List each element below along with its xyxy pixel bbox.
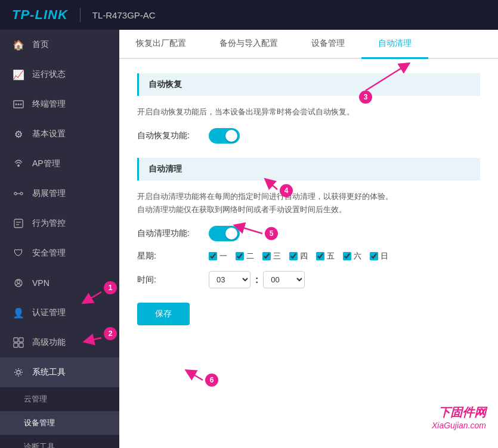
weekday-row: 星期: 一 二 三 四 — [137, 251, 480, 262]
main-content: 恢复出厂配置 备份与导入配置 设备管理 自动清理 自动恢复 开启自动恢复功能后，… — [119, 30, 498, 448]
sidebar-item-basic[interactable]: ⚙ 基本设置 — [0, 119, 119, 149]
yizhan-icon — [12, 187, 25, 200]
content-area: 自动恢复 开启自动恢复功能后，当本设备出现异常时将会尝试自动恢复。 自动恢复功能… — [119, 59, 498, 448]
svg-rect-16 — [19, 343, 23, 347]
weekdays-container: 一 二 三 四 五 — [209, 251, 388, 262]
advanced-icon — [12, 336, 25, 349]
system-icon — [12, 366, 25, 379]
auto-clean-desc1: 开启自动清理功能将在每周的指定时间进行自动清理，以获得更好的体验。 自动清理功能… — [137, 190, 480, 216]
auto-clean-section: 自动清理 开启自动清理功能将在每周的指定时间进行自动清理，以获得更好的体验。 自… — [137, 158, 480, 325]
tab-auto-clean[interactable]: 自动清理 — [361, 30, 428, 59]
gear-icon: ⚙ — [12, 127, 25, 141]
auto-clean-toggle[interactable] — [209, 226, 240, 241]
sidebar-label-advanced: 高级功能 — [32, 337, 66, 348]
svg-point-12 — [17, 281, 20, 284]
minute-select[interactable]: 00153045 — [263, 271, 305, 288]
sidebar-item-system[interactable]: 系统工具 — [0, 357, 119, 387]
svg-rect-13 — [14, 338, 18, 342]
sidebar-item-home[interactable]: 🏠 首页 — [0, 30, 119, 60]
svg-rect-8 — [14, 219, 23, 228]
sidebar-label-system: 系统工具 — [32, 367, 66, 378]
status-icon: 📈 — [12, 68, 25, 81]
sidebar-item-status[interactable]: 📈 运行状态 — [0, 60, 119, 89]
svg-point-2 — [18, 104, 20, 105]
model-name: TL-R473GP-AC — [92, 10, 156, 20]
sidebar-item-diagnostic[interactable]: 诊断工具 — [0, 435, 119, 448]
vpn-icon — [12, 276, 25, 290]
auto-restore-toggle[interactable] — [209, 128, 240, 144]
weekday-fri-cb[interactable] — [316, 252, 324, 260]
weekday-thu-cb[interactable] — [289, 252, 298, 260]
sidebar-item-vpn[interactable]: VPN — [0, 268, 119, 298]
sidebar-label-yizhan: 易展管理 — [32, 188, 66, 199]
sidebar-label-security: 安全管理 — [32, 248, 66, 259]
weekday-sun[interactable]: 日 — [370, 251, 388, 262]
sidebar-label-vpn: VPN — [32, 278, 50, 288]
time-selects: 0001020304050607080910111213141516171819… — [209, 271, 305, 288]
sidebar-label-auth: 认证管理 — [32, 307, 66, 318]
body-container: 🏠 首页 📈 运行状态 终端管理 ⚙ 基本设置 — [0, 30, 498, 448]
sidebar-item-ap[interactable]: AP管理 — [0, 149, 119, 179]
header: TP-LINK TL-R473GP-AC — [0, 0, 498, 30]
sidebar-sub: 云管理 设备管理 诊断工具 — [0, 387, 119, 448]
sidebar-item-device[interactable]: 设备管理 — [0, 411, 119, 435]
sidebar-item-advanced[interactable]: 高级功能 — [0, 328, 119, 357]
ap-icon — [12, 157, 25, 170]
svg-point-1 — [16, 104, 17, 105]
weekday-fri[interactable]: 五 — [316, 251, 335, 262]
weekday-thu[interactable]: 四 — [289, 251, 308, 262]
sidebar-label-basic: 基本设置 — [32, 129, 66, 139]
sidebar-label-device: 设备管理 — [24, 418, 55, 428]
weekday-sat-cb[interactable] — [343, 252, 351, 260]
tab-device-mgmt[interactable]: 设备管理 — [295, 30, 361, 59]
svg-point-6 — [20, 192, 23, 195]
sidebar-item-security[interactable]: 🛡 安全管理 — [0, 238, 119, 268]
tab-backup[interactable]: 备份与导入配置 — [203, 30, 295, 59]
weekday-tue-cb[interactable] — [236, 252, 244, 260]
svg-point-5 — [14, 192, 17, 195]
svg-rect-14 — [19, 338, 23, 342]
time-label: 时间: — [137, 275, 209, 285]
shield-icon: 🛡 — [12, 247, 25, 260]
sidebar-label-behavior: 行为管控 — [32, 218, 66, 229]
svg-rect-15 — [14, 343, 18, 347]
weekday-label: 星期: — [137, 251, 209, 262]
sidebar-label-status: 运行状态 — [32, 69, 66, 80]
weekday-mon[interactable]: 一 — [209, 251, 227, 262]
sidebar-item-auth[interactable]: 👤 认证管理 — [0, 298, 119, 328]
weekday-sun-cb[interactable] — [370, 252, 378, 260]
sidebar-item-behavior[interactable]: 行为管控 — [0, 209, 119, 238]
sidebar-item-cloud[interactable]: 云管理 — [0, 387, 119, 411]
auto-clean-func-label: 自动清理功能: — [137, 228, 209, 239]
weekday-tue[interactable]: 二 — [236, 251, 254, 262]
hour-select[interactable]: 0001020304050607080910111213141516171819… — [209, 271, 250, 288]
svg-point-4 — [17, 164, 20, 167]
weekday-sat[interactable]: 六 — [343, 251, 361, 262]
time-colon: : — [255, 275, 258, 285]
sidebar-label-terminal: 终端管理 — [32, 99, 66, 110]
auto-clean-func-row: 自动清理功能: — [137, 226, 480, 241]
weekday-wed[interactable]: 三 — [262, 251, 281, 262]
svg-point-17 — [17, 371, 20, 374]
auto-restore-header: 自动恢复 — [137, 73, 480, 96]
auto-restore-label: 自动恢复功能: — [137, 130, 209, 141]
sidebar-item-terminal[interactable]: 终端管理 — [0, 89, 119, 119]
sidebar-item-yizhan[interactable]: 易展管理 — [0, 179, 119, 209]
auto-restore-row: 自动恢复功能: — [137, 128, 480, 144]
auth-icon: 👤 — [12, 306, 25, 319]
logo: TP-LINK — [12, 7, 68, 23]
tabs: 恢复出厂配置 备份与导入配置 设备管理 自动清理 — [119, 30, 498, 59]
auto-restore-section: 自动恢复 开启自动恢复功能后，当本设备出现异常时将会尝试自动恢复。 自动恢复功能… — [137, 73, 480, 144]
weekday-mon-cb[interactable] — [209, 252, 217, 260]
svg-point-3 — [20, 104, 22, 105]
toggle-slider-restore — [209, 128, 240, 144]
tab-restore[interactable]: 恢复出厂配置 — [119, 30, 203, 59]
weekday-wed-cb[interactable] — [262, 252, 271, 260]
auto-clean-header: 自动清理 — [137, 158, 480, 181]
sidebar-label-ap: AP管理 — [32, 158, 60, 169]
sidebar-label-home: 首页 — [32, 39, 49, 50]
save-button[interactable]: 保存 — [137, 303, 190, 325]
sidebar-label-cloud: 云管理 — [24, 394, 47, 405]
terminal-icon — [12, 98, 25, 111]
sidebar: 🏠 首页 📈 运行状态 终端管理 ⚙ 基本设置 — [0, 30, 119, 448]
